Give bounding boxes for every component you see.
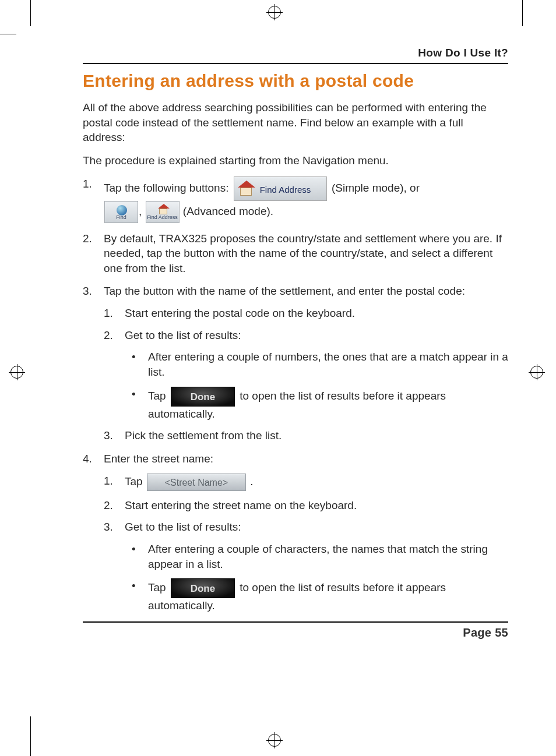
find-address-label: Find Address [260,184,311,196]
house-icon [238,181,255,198]
step-1-text-b: (Simple mode), or [332,182,420,194]
step-number: 1. [104,474,113,489]
find-label: Find [105,214,138,221]
step-number: 1. [104,306,113,321]
done-button[interactable]: Done [171,387,235,407]
step-2-text: By default, TRAX325 proposes the country… [104,232,502,274]
bullet-text: After entering a couple of numbers, the … [148,351,508,378]
section-header: How Do I Use It? [83,47,508,59]
step-3-2-bullet-b: Tap Done to open the list of results bef… [125,387,508,422]
bullet-text: After entering a couple of characters, t… [148,543,488,570]
step-number: 3. [104,428,113,443]
step-3: 3. Tap the button with the name of the s… [83,284,508,443]
registration-mark-icon [10,366,23,379]
crop-mark [30,716,31,756]
page-content: How Do I Use It? Entering an address wit… [83,47,508,640]
step-2: 2. By default, TRAX325 proposes the coun… [83,231,508,276]
step-1: 1. Tap the following buttons: Find Addre… [83,176,508,223]
rule [83,63,508,64]
registration-mark-icon [530,366,543,379]
step-4-1-pre: Tap [125,475,146,487]
step-3-3: 3. Pick the settlement from the list. [104,428,508,443]
crop-mark [0,34,16,34]
street-name-button[interactable]: <Street Name> [147,474,246,491]
page-title: Entering an address with a postal code [83,71,508,91]
step-4-2: 2. Start entering the street name on the… [104,498,508,513]
step-4-1-post: . [250,475,253,487]
step-4-3-bullet-b: Tap Done to open the list of results bef… [125,578,508,613]
done-button[interactable]: Done [171,578,235,598]
step-3-2-text: Get to the list of results: [125,329,241,341]
step-number: 3. [83,284,92,299]
step-4-lead: Enter the street name: [104,453,213,465]
step-number: 3. [104,520,113,535]
bullet-pre: Tap [148,581,169,594]
crop-mark [522,0,523,26]
step-number: 2. [104,498,113,513]
rule [83,621,508,623]
bullet-pre: Tap [148,390,169,402]
find-address-small-button[interactable]: Find Address [146,201,180,223]
step-3-3-text: Pick the settlement from the list. [125,429,281,441]
registration-mark-icon [268,734,281,747]
page-number: Page 55 [83,626,508,640]
step-4: 4. Enter the street name: 1. Tap <Street… [83,451,508,613]
registration-mark-icon [268,6,281,19]
step-3-1: 1. Start entering the postal code on the… [104,306,508,321]
step-4-3-text: Get to the list of results: [125,521,241,533]
step-3-2-bullet-a: After entering a couple of numbers, the … [125,349,508,379]
step-3-1-text: Start entering the postal code on the ke… [125,307,355,319]
find-address-button[interactable]: Find Address [234,176,327,201]
step-number: 1. [83,176,92,192]
step-3-2: 2. Get to the list of results: After ent… [104,328,508,422]
intro-paragraph-1: All of the above address searching possi… [83,100,508,145]
step-3-lead: Tap the button with the name of the sett… [104,285,465,297]
step-4-3: 3. Get to the list of results: After ent… [104,520,508,613]
step-4-3-bullet-a: After entering a couple of characters, t… [125,542,508,571]
find-button[interactable]: Find [104,201,138,223]
step-1-text-c: (Advanced mode). [183,205,273,217]
step-1-text-a: Tap the following buttons: [104,182,232,194]
crop-mark [30,0,31,26]
find-address-small-label: Find Address [146,214,179,221]
step-4-2-text: Start entering the street name on the ke… [125,499,357,511]
house-icon [158,204,170,214]
step-4-1: 1. Tap <Street Name> . [104,474,508,491]
step-number: 2. [104,328,113,343]
intro-paragraph-2: The procedure is explained starting from… [83,153,508,168]
step-number: 4. [83,451,92,467]
step-number: 2. [83,231,92,246]
